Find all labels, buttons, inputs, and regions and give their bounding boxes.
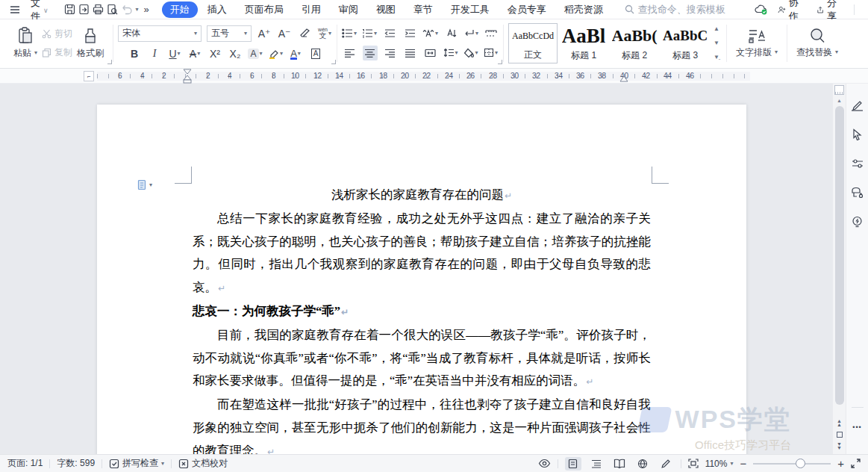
style-heading3[interactable]: AaBbC 标题 3 — [661, 23, 710, 63]
font-color-button[interactable]: A — [288, 46, 303, 61]
share-button[interactable]: 分享 — [813, 1, 845, 18]
tab-selector[interactable]: ⌐ — [84, 71, 94, 81]
next-page-icon[interactable]: ▼▼ — [837, 442, 842, 450]
subscript-button[interactable]: X₂ — [228, 46, 243, 61]
cut-button[interactable]: 剪切 — [42, 28, 72, 40]
borders-button[interactable] — [484, 46, 499, 60]
decrease-indent-button[interactable] — [382, 26, 397, 41]
web-view-button[interactable] — [634, 457, 651, 471]
zoom-slider-handle[interactable] — [796, 459, 805, 468]
style-scroll-down-icon[interactable]: ▼ — [714, 40, 719, 47]
indent-marker[interactable] — [183, 69, 192, 84]
vertical-scrollbar[interactable]: ▲ ▲▲ ▼▼ — [832, 84, 846, 454]
spellcheck-button[interactable]: 拼写检查 — [109, 457, 164, 470]
tab-stops-button[interactable] — [484, 26, 499, 41]
scrollbar-thumb[interactable] — [835, 106, 844, 405]
tab-references[interactable]: 引用 — [293, 1, 329, 18]
theme-skin-icon[interactable] — [851, 186, 864, 199]
character-scaling-button[interactable] — [422, 26, 438, 41]
format-painter-button[interactable]: 格式刷 — [72, 25, 108, 61]
style-normal[interactable]: AaBbCcDd 正文 — [508, 23, 558, 63]
align-center-button[interactable] — [363, 46, 378, 60]
tab-section[interactable]: 章节 — [405, 1, 441, 18]
heading-paragraph[interactable]: 悲哀一：为何教孩子学“乖”↵ — [193, 300, 651, 324]
paragraph-style-flag[interactable] — [137, 179, 152, 190]
increase-indent-button[interactable] — [402, 26, 417, 41]
copy-button[interactable]: 复制 — [42, 46, 72, 59]
ruler-toggle-icon[interactable] — [834, 85, 844, 95]
align-right-button[interactable] — [383, 46, 398, 60]
overflow-menu-icon[interactable]: ⋮ — [864, 4, 868, 15]
font-size-select[interactable]: 五号 — [207, 25, 252, 42]
tab-membership[interactable]: 会员专享 — [499, 1, 555, 18]
more-tools-icon[interactable]: ••• — [852, 423, 861, 431]
phonetic-guide-button[interactable]: wén文 — [317, 26, 332, 41]
tab-view[interactable]: 视图 — [368, 1, 404, 18]
justify-button[interactable] — [403, 46, 418, 60]
tab-page-layout[interactable]: 页面布局 — [237, 1, 292, 18]
style-heading2[interactable]: AaBb( 标题 2 — [610, 23, 659, 63]
undo-dropdown-caret[interactable] — [136, 7, 139, 13]
clear-format-button[interactable] — [297, 26, 312, 41]
eye-protection-button[interactable] — [538, 459, 551, 468]
command-search-input[interactable]: 查找命令、搜索模板 — [625, 3, 752, 16]
strikethrough-button[interactable]: A — [187, 46, 202, 61]
page-indicator[interactable]: 页面: 1/1 — [7, 457, 43, 470]
annotate-pen-icon[interactable] — [851, 99, 864, 112]
zoom-out-button[interactable]: − — [740, 457, 746, 470]
undo-icon[interactable] — [121, 2, 133, 17]
fit-page-button[interactable] — [688, 459, 699, 468]
highlight-color-button[interactable] — [268, 46, 283, 61]
text-effects-button[interactable]: A — [248, 46, 263, 61]
previous-page-icon[interactable]: ▲▲ — [837, 419, 842, 427]
tab-review[interactable]: 审阅 — [331, 1, 366, 18]
document-content[interactable]: 浅析家长的家庭教育存在的问题↵ 总结一下家长的家庭教育经验，成功之处无外乎这四点… — [97, 105, 746, 454]
outline-view-button[interactable] — [588, 457, 605, 471]
find-replace-button[interactable]: 查找替换 — [792, 26, 843, 60]
tab-developer[interactable]: 开发工具 — [443, 1, 498, 18]
text-direction-button[interactable] — [443, 26, 458, 41]
fullscreen-button[interactable] — [851, 459, 861, 468]
character-border-button[interactable]: A — [308, 46, 323, 61]
export-icon[interactable] — [78, 2, 90, 17]
font-dialog-launcher[interactable] — [331, 60, 336, 64]
style-heading1[interactable]: AaBl 标题 1 — [559, 23, 608, 63]
italic-button[interactable]: I — [147, 46, 162, 61]
save-icon[interactable] — [64, 2, 75, 17]
style-scroll-up-icon[interactable]: ▲ — [714, 25, 719, 33]
align-left-button[interactable] — [343, 46, 357, 60]
distribute-button[interactable] — [423, 46, 438, 60]
proofread-button[interactable]: 文档校对 — [178, 457, 228, 470]
bold-button[interactable]: B — [127, 46, 142, 61]
paragraph-dialog-launcher[interactable] — [498, 60, 502, 64]
clipboard-dialog-launcher[interactable] — [107, 60, 112, 64]
page-view-button[interactable] — [565, 457, 581, 471]
inspiration-bulb-icon[interactable] — [851, 215, 864, 229]
print-icon[interactable] — [93, 2, 104, 17]
style-gallery-more-icon[interactable]: ▼̱ — [714, 54, 719, 61]
read-mode-button[interactable] — [611, 457, 628, 471]
cloud-sync-icon[interactable] — [755, 2, 768, 17]
file-menu[interactable]: 文件 — [27, 1, 52, 18]
right-indent-marker[interactable] — [619, 75, 628, 82]
adjust-sliders-icon[interactable] — [851, 157, 864, 170]
collaborate-button[interactable]: 协作 — [774, 1, 807, 18]
paste-button[interactable]: 粘贴 — [9, 25, 42, 61]
font-name-select[interactable]: 宋体 — [118, 25, 202, 42]
paragraph[interactable]: 目前，我国的家庭教育存在着一个很大的误区——教孩子学“乖”。评价孩子时，动不动就… — [193, 324, 651, 394]
hamburger-menu-icon[interactable] — [6, 1, 24, 18]
write-mode-button[interactable] — [658, 457, 674, 471]
grow-font-button[interactable]: A⁺ — [257, 26, 272, 41]
select-cursor-icon[interactable] — [851, 128, 864, 141]
document-title[interactable]: 浅析家长的家庭教育存在的问题↵ — [193, 184, 651, 208]
line-break-button[interactable] — [463, 26, 478, 41]
zoom-slider[interactable] — [753, 463, 831, 465]
print-preview-icon[interactable] — [107, 2, 118, 17]
tab-insert[interactable]: 插入 — [199, 1, 235, 18]
scroll-up-icon[interactable]: ▲ — [837, 98, 842, 103]
paragraph[interactable]: 总结一下家长的家庭教育经验，成功之处无外乎这四点：建立了融洽的亲子关系；既关心孩… — [193, 208, 651, 300]
select-browse-object-icon[interactable] — [837, 432, 843, 438]
document-page[interactable]: 浅析家长的家庭教育存在的问题↵ 总结一下家长的家庭教育经验，成功之处无外乎这四点… — [97, 105, 746, 454]
horizontal-ruler[interactable]: ⌐ 6 4 2 2 4 6 8 10 12 14 16 18 20 22 24 … — [0, 69, 868, 84]
tab-docer-resources[interactable]: 稻壳资源 — [556, 1, 611, 18]
